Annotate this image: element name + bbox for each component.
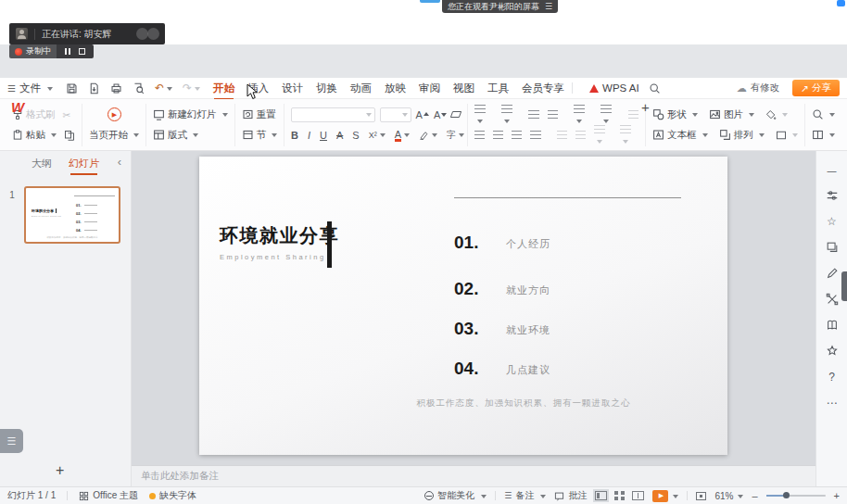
slide-library-icon[interactable] xyxy=(826,241,839,254)
align-center-button[interactable] xyxy=(493,131,503,139)
fit-slide-button[interactable] xyxy=(696,492,706,500)
menu-tab-member[interactable]: 会员专享 xyxy=(522,82,564,95)
add-slide-button[interactable]: + xyxy=(56,462,64,479)
outline-tab[interactable]: 大纲 xyxy=(32,157,52,170)
wps-ai-button[interactable]: WPS AI xyxy=(589,82,639,94)
picture-button[interactable]: 图片 xyxy=(709,108,754,121)
collapse-sidebar-icon[interactable]: — xyxy=(828,166,837,176)
file-menu[interactable]: ☰ 文件 xyxy=(7,82,53,95)
agenda-item[interactable]: 01. 个人经历 xyxy=(454,233,550,253)
font-size-select[interactable] xyxy=(380,107,411,122)
textbox-button[interactable]: 文本框 xyxy=(652,129,708,142)
slide-canvas[interactable]: 环境就业分享 Employment Sharing 01. 个人经历 02. 就… xyxy=(132,151,815,465)
zoom-in-button[interactable]: + xyxy=(834,490,840,501)
chevron-down-icon[interactable] xyxy=(133,133,139,140)
justify-button[interactable] xyxy=(530,131,540,139)
section-button[interactable]: 节 xyxy=(242,129,278,142)
menu-tab-design[interactable]: 设计 xyxy=(282,82,303,95)
stop-recording-button[interactable] xyxy=(79,48,85,55)
reading-view-button[interactable] xyxy=(632,491,644,500)
paste-dropdown-icon[interactable] xyxy=(51,133,57,140)
find-replace-button[interactable] xyxy=(812,108,835,120)
menu-tab-animation[interactable]: 动画 xyxy=(350,82,372,95)
theme-button[interactable]: Office 主题 xyxy=(79,489,138,502)
wps-logo[interactable]: W xyxy=(11,99,24,115)
zoom-slider-knob[interactable] xyxy=(783,492,790,498)
template-badge-icon[interactable] xyxy=(826,345,839,358)
text-direction-button[interactable] xyxy=(600,104,619,126)
slide-footer-text[interactable]: 积极工作态度、加强知识积累、拥有一颗进取之心 xyxy=(320,397,727,410)
menu-tab-tools[interactable]: 工具 xyxy=(487,82,509,95)
slideshow-play-button[interactable]: ▶ xyxy=(652,490,668,502)
pause-recording-button[interactable] xyxy=(65,48,70,55)
menu-tab-view[interactable]: 视图 xyxy=(453,82,474,95)
new-tab-button[interactable]: + xyxy=(641,99,650,115)
missing-font-warning[interactable]: 缺失字体 xyxy=(149,489,196,502)
design-pen-icon[interactable] xyxy=(826,267,839,280)
increase-font-button[interactable]: A xyxy=(416,109,429,120)
agenda-item[interactable]: 04. 几点建议 xyxy=(454,359,550,379)
strikethrough-button[interactable]: A xyxy=(336,130,343,141)
window-arrange-button[interactable] xyxy=(812,129,835,141)
comments-button[interactable]: 批注 xyxy=(554,489,587,502)
share-button[interactable]: ↗ 分享 xyxy=(792,80,840,96)
slide-subtitle[interactable]: Employment Sharing xyxy=(220,253,339,261)
slide-editor[interactable]: 环境就业分享 Employment Sharing 01. 个人经历 02. 就… xyxy=(199,157,727,455)
align-right-button[interactable] xyxy=(512,131,522,139)
properties-icon[interactable] xyxy=(826,189,839,202)
chevron-down-icon[interactable] xyxy=(272,133,277,140)
sidebar-drag-handle[interactable] xyxy=(841,271,847,301)
slide-thumbnail[interactable]: 环境就业分享 Employment Sharing 01. 02. 03. 04… xyxy=(24,186,120,244)
normal-view-button[interactable] xyxy=(595,491,607,500)
bullet-list-button[interactable] xyxy=(474,104,493,126)
play-options-icon[interactable] xyxy=(673,495,678,501)
zoom-dropdown-icon[interactable] xyxy=(738,495,743,501)
zoom-level[interactable]: 61% xyxy=(714,491,733,501)
collapse-panel-icon[interactable]: ‹ xyxy=(118,155,121,169)
undo-button[interactable]: ↶ xyxy=(155,82,172,94)
menu-tab-transition[interactable]: 切换 xyxy=(316,82,337,95)
highlight-button[interactable] xyxy=(419,130,437,140)
agenda-item[interactable]: 02. 就业方向 xyxy=(454,279,550,299)
new-slide-button[interactable]: 新建幻灯片 xyxy=(153,108,228,121)
print-button[interactable] xyxy=(110,82,122,94)
tools-icon[interactable] xyxy=(826,293,839,306)
italic-button[interactable]: I xyxy=(308,130,310,141)
menu-tab-review[interactable]: 审阅 xyxy=(419,82,440,95)
print-preview-button[interactable] xyxy=(133,82,145,94)
sync-status[interactable]: ☁ 有修改 xyxy=(737,82,780,94)
export-button[interactable] xyxy=(88,82,100,94)
line-spacing-button[interactable] xyxy=(574,104,592,126)
notes-pane[interactable]: 单击此处添加备注 xyxy=(132,465,815,486)
chevron-down-icon[interactable] xyxy=(193,133,198,140)
notes-button[interactable]: ☰ 备注 xyxy=(504,489,546,502)
increase-indent-button[interactable] xyxy=(548,110,559,119)
slide-sorter-view-button[interactable] xyxy=(614,491,625,500)
decrease-font-button[interactable]: A xyxy=(434,109,447,120)
slides-tab[interactable]: 幻灯片 xyxy=(69,157,99,170)
meeting-panel-handle[interactable]: ☰ xyxy=(0,429,23,453)
menu-tab-home[interactable]: 开始 xyxy=(213,82,234,95)
favorites-star-icon[interactable]: ☆ xyxy=(827,215,837,228)
shadow-button[interactable]: S xyxy=(352,130,359,141)
font-name-select[interactable] xyxy=(291,107,375,122)
underline-button[interactable]: U xyxy=(320,130,327,141)
agenda-item[interactable]: 03. 就业环境 xyxy=(454,319,550,339)
zoom-out-button[interactable]: – xyxy=(752,490,757,501)
redo-button[interactable]: ↷ xyxy=(183,82,200,94)
paste-button[interactable]: 粘贴 xyxy=(12,129,57,142)
chevron-down-icon[interactable] xyxy=(222,113,228,120)
more-options-icon[interactable]: ⋯ xyxy=(827,397,838,410)
banner-menu-icon[interactable]: ☰ xyxy=(545,2,552,11)
layout-button[interactable]: 版式 xyxy=(153,129,198,142)
font-color-button[interactable]: A xyxy=(395,129,410,142)
reset-button[interactable]: 重置 xyxy=(242,108,276,121)
bold-button[interactable]: B xyxy=(291,130,298,141)
smart-beautify-button[interactable]: 智能美化 xyxy=(424,489,487,502)
slide-title-block[interactable]: 环境就业分享 Employment Sharing xyxy=(220,223,339,261)
align-left-button[interactable] xyxy=(474,131,485,139)
clear-format-button[interactable] xyxy=(450,111,461,118)
text-effect-button[interactable]: 字 xyxy=(447,129,464,142)
help-icon[interactable]: ? xyxy=(828,371,835,384)
resource-book-icon[interactable] xyxy=(826,319,839,332)
